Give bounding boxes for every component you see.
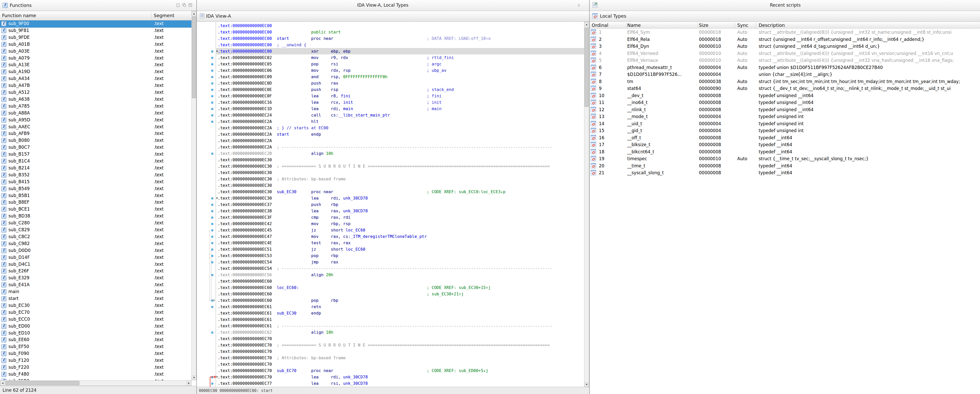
- disasm-line[interactable]: .text:000000000000EC30: [216, 156, 585, 163]
- local-type-row[interactable]: 12__nlink_t00000008typedef unsigned __in…: [590, 106, 980, 113]
- function-row[interactable]: sub_9F00.text: [0, 21, 191, 27]
- local-type-row[interactable]: 19timespec00000010Autostruct {__time_t t…: [590, 155, 980, 163]
- local-type-row[interactable]: 3Elf64_Dyn00000010Autostruct {unsigned _…: [590, 43, 980, 50]
- function-row[interactable]: sub_BD38.text: [0, 213, 191, 220]
- local-type-row[interactable]: 11__ino64_t00000008typedef unsigned __in…: [590, 99, 980, 106]
- function-row[interactable]: sub_A95D.text: [0, 117, 191, 124]
- disasm-line[interactable]: .text:000000000000EC4E test rax, rax: [216, 240, 585, 246]
- function-row[interactable]: sub_EC30.text: [0, 302, 191, 309]
- function-row[interactable]: sub_B080.text: [0, 137, 191, 144]
- scroll-down-icon[interactable]: ▼: [584, 382, 589, 387]
- function-row[interactable]: sub_A47B.text: [0, 82, 191, 89]
- disasm-line[interactable]: .text:000000000000EC70 ; Attributes: bp-…: [216, 355, 585, 361]
- disasm-line[interactable]: .text:000000000000EC02 mov r9, rdx ; rtl…: [216, 54, 585, 61]
- function-row[interactable]: sub_B157.text: [0, 151, 191, 158]
- disasm-line[interactable]: .text:000000000000EC00 start proc near ;…: [216, 35, 585, 41]
- local-type-row[interactable]: 15__gid_t00000004typedef unsigned int: [590, 127, 980, 134]
- disasm-line[interactable]: .text:000000000000EC37 push rbp: [216, 201, 585, 208]
- disasm-vscrollbar[interactable]: ▲ ▼: [584, 22, 589, 387]
- function-row[interactable]: sub_A01B.text: [0, 41, 191, 48]
- function-row[interactable]: sub_E26F.text: [0, 268, 191, 275]
- function-row[interactable]: sub_B415.text: [0, 179, 191, 185]
- disasm-line[interactable]: .text:000000000000EC2A ; ---------------…: [216, 144, 585, 150]
- function-row[interactable]: sub_F220.text: [0, 364, 191, 371]
- disasm-line[interactable]: .text:000000000000EC06 mov rdx, rsp ; ub…: [216, 67, 585, 73]
- ida-view-header[interactable]: IDA View-A: [197, 11, 589, 22]
- disasm-line[interactable]: .text:000000000000EC62 align 10h: [216, 329, 585, 335]
- disasm-line[interactable]: .text:000000000000EC51 jz short loc_EC60: [216, 246, 585, 252]
- disasm-line[interactable]: .text:000000000000EC70 lea rdi, unk_30CD…: [216, 374, 585, 380]
- local-type-row[interactable]: 16__off_t00000008typedef __int64: [590, 134, 980, 142]
- function-row[interactable]: sub_B1C4.text: [0, 158, 191, 165]
- disasm-line[interactable]: .text:000000000000EC2A: [216, 137, 585, 144]
- function-row[interactable]: sub_A88A.text: [0, 110, 191, 117]
- functions-vscrollbar[interactable]: ▲ ▼: [191, 11, 196, 380]
- disasm-line[interactable]: .text:000000000000EC2A ; } // starts at …: [216, 125, 585, 131]
- function-row[interactable]: sub_B0C7.text: [0, 144, 191, 151]
- function-row[interactable]: sub_B352.text: [0, 172, 191, 179]
- collapse-arrow-icon[interactable]: ▾: [216, 196, 218, 199]
- disasm-line[interactable]: .text:000000000000EC61 sub_EC30 endp: [216, 310, 585, 316]
- local-type-row[interactable]: 14__uid_t00000004typedef unsigned int: [590, 120, 980, 128]
- function-row[interactable]: sub_B8EF.text: [0, 199, 191, 206]
- disasm-line[interactable]: .text:000000000000EC53 pop rbp: [216, 252, 585, 259]
- disasm-line[interactable]: .text:000000000000EC05 pop rsi ; argc: [216, 61, 585, 67]
- function-row[interactable]: sub_A638.text: [0, 96, 191, 103]
- window-close-icon[interactable]: x: [578, 2, 580, 8]
- functions-column-header[interactable]: Function name Segment: [0, 11, 196, 21]
- disasm-line[interactable]: .text:000000000000EC00 ; __unwind {: [216, 41, 585, 48]
- function-row[interactable]: sub_B214.text: [0, 165, 191, 172]
- disasm-line[interactable]: .text:000000000000EC0D push rax: [216, 80, 585, 86]
- local-type-row[interactable]: 6pthread_mutexattr_t00000004Autotypedef …: [590, 64, 980, 71]
- disasm-line[interactable]: .text:000000000000EC2A start endp: [216, 131, 585, 137]
- local-type-row[interactable]: 4Elf64_Verneed00000010Autostruct __attri…: [590, 50, 980, 57]
- function-row[interactable]: sub_E41A.text: [0, 282, 191, 289]
- function-row[interactable]: sub_A19D.text: [0, 69, 191, 75]
- function-row[interactable]: sub_A03E.text: [0, 48, 191, 55]
- function-row[interactable]: sub_C829.text: [0, 227, 191, 233]
- function-row[interactable]: sub_9F81.text: [0, 27, 191, 34]
- scroll-up-icon[interactable]: ▲: [192, 11, 196, 16]
- disasm-line[interactable]: .text:000000000000EC38 lea rax, unk_30CD…: [216, 208, 585, 214]
- disasm-line[interactable]: .text:000000000000EC60 loc_EC60: ; CODE …: [216, 284, 585, 291]
- local-type-row[interactable]: 13__mode_t00000004typedef unsigned int: [590, 113, 980, 120]
- local-type-row[interactable]: 2Elf64_Rela00000018Autostruct {unsigned …: [590, 36, 980, 43]
- scripts-window-titlebar[interactable]: Recent scripts: [590, 0, 980, 11]
- function-row[interactable]: sub_BCE1.text: [0, 206, 191, 213]
- function-row[interactable]: sub_F120.text: [0, 357, 191, 364]
- disasm-line[interactable]: .text:000000000000EC61: [216, 316, 585, 323]
- disasm-line[interactable]: .text:000000000000EC16 lea rcx, init ; i…: [216, 99, 585, 105]
- disasm-line[interactable]: .text:000000000000EC56 align 20h: [216, 271, 585, 278]
- functions-hscrollbar[interactable]: ◀ ▶: [0, 380, 191, 386]
- column-ordinal[interactable]: Ordinal: [592, 22, 608, 28]
- disasm-line[interactable]: .text:000000000000EC1D lea rdi, main ; m…: [216, 105, 585, 112]
- function-row[interactable]: sub_ED00.text: [0, 323, 191, 330]
- local-type-row[interactable]: 7$D1D0F511BF997F526...00000004union {cha…: [590, 71, 980, 78]
- disassembly-view[interactable]: .text:000000000000EC00.text:000000000000…: [197, 22, 589, 387]
- disasm-line[interactable]: .text:000000000000EC47 mov rax, cs:_ITM_…: [216, 233, 585, 240]
- local-type-row[interactable]: 17__blksize_t00000008typedef __int64: [590, 141, 980, 148]
- function-row[interactable]: sub_A434.text: [0, 75, 191, 82]
- disasm-line[interactable]: .text:000000000000EC00 xor ebp, ebp: [216, 48, 585, 54]
- function-row[interactable]: sub_AAEC.text: [0, 124, 191, 131]
- disasm-line[interactable]: .text:000000000000EC61 retn: [216, 303, 585, 310]
- function-row[interactable]: sub_A512.text: [0, 89, 191, 96]
- function-row[interactable]: sub_F5B0.text: [0, 378, 191, 380]
- function-row[interactable]: sub_C8C2.text: [0, 233, 191, 241]
- disasm-line[interactable]: .text:000000000000EC54 jmp rax: [216, 259, 585, 265]
- disasm-line[interactable]: .text:000000000000EC30: [216, 169, 585, 176]
- function-row[interactable]: sub_E329.text: [0, 275, 191, 282]
- disasm-line[interactable]: .text:000000000000EC30: [216, 182, 585, 188]
- disasm-line[interactable]: .text:000000000000EC70 ; ============== …: [216, 342, 585, 348]
- local-type-row[interactable]: 1Elf64_Sym00000018Autostruct __attribute…: [590, 29, 980, 36]
- window-separator[interactable]: [196, 0, 197, 394]
- function-row[interactable]: start.text: [0, 295, 191, 302]
- function-row[interactable]: sub_D0D0.text: [0, 247, 191, 254]
- function-row[interactable]: sub_ECC0.text: [0, 316, 191, 323]
- disasm-line[interactable]: .text:000000000000EC3F cmp rax, rdi: [216, 214, 585, 220]
- function-row[interactable]: sub_A13E.text: [0, 62, 191, 69]
- disasm-line[interactable]: .text:000000000000EC60: [216, 278, 585, 284]
- functions-hscroll-thumb[interactable]: [5, 381, 80, 385]
- disasm-line[interactable]: .text:000000000000EC70: [216, 335, 585, 342]
- function-row[interactable]: sub_9FDE.text: [0, 34, 191, 41]
